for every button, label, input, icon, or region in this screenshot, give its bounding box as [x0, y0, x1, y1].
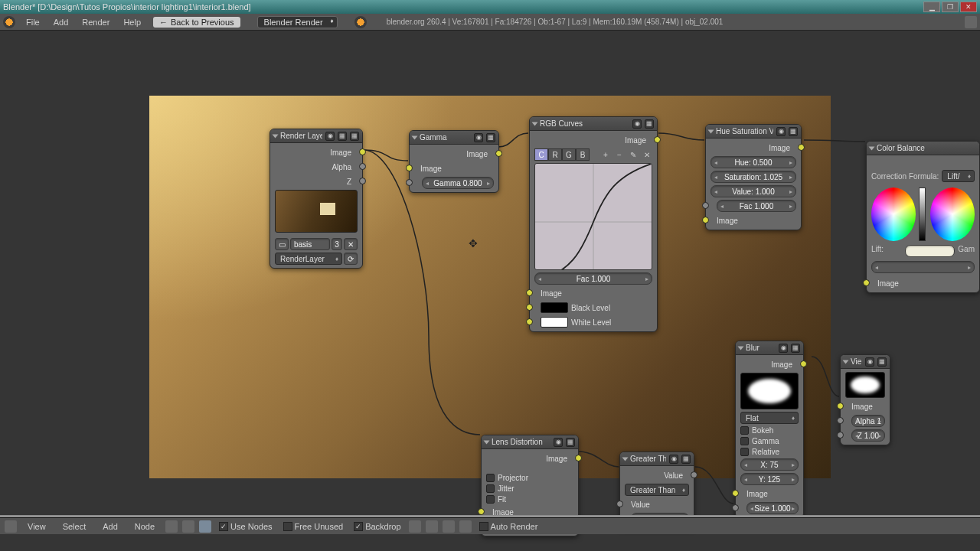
hue-field[interactable]: Hue: 0.500	[710, 156, 796, 168]
close-button[interactable]: ✕	[960, 2, 977, 12]
node-options-icon[interactable]: ▦	[338, 132, 347, 141]
collapse-icon[interactable]	[412, 135, 418, 139]
curve-widget[interactable]	[534, 163, 652, 270]
value-field[interactable]: Value: 1.000	[710, 185, 796, 197]
collapse-icon[interactable]	[273, 134, 279, 138]
collapse-icon[interactable]	[869, 146, 875, 150]
reset-icon[interactable]: ✕	[642, 149, 652, 160]
maximize-button[interactable]: ❐	[942, 2, 959, 12]
back-to-previous-button[interactable]: Back to Previous	[153, 17, 240, 28]
node-blur[interactable]: Blur ◉ ▦ Image Flat Bokeh Gamma Relative…	[735, 341, 804, 518]
scene-field[interactable]: basis	[290, 238, 330, 250]
jitter-check[interactable]: Jitter	[486, 484, 573, 493]
gamma-value-field[interactable]: Gamma 0.800	[422, 177, 494, 189]
screen-layout-icon[interactable]	[965, 16, 977, 28]
gamma-color-wheel[interactable]	[930, 187, 975, 241]
footer-view[interactable]: View	[21, 520, 52, 533]
node-preview-icon[interactable]: ◉	[554, 438, 563, 447]
node-options-icon[interactable]: ▦	[877, 357, 887, 367]
tools-icon[interactable]: ✎	[628, 149, 639, 160]
fac-field[interactable]: Fac 1.000	[717, 200, 796, 212]
curve-channel-b[interactable]: B	[576, 148, 590, 161]
collapse-icon[interactable]	[738, 346, 744, 350]
node-preview-icon[interactable]: ◉	[474, 133, 483, 142]
free-unused-check[interactable]: Free Unused	[280, 522, 347, 531]
compositing-nodes-icon[interactable]	[199, 520, 211, 533]
alpha-field[interactable]: Alpha 1	[851, 415, 885, 427]
node-options-icon[interactable]: ▦	[681, 455, 691, 464]
curve-channel-r[interactable]: R	[548, 148, 562, 161]
footer-add[interactable]: Add	[96, 520, 124, 533]
node-color-balance[interactable]: Color Balance Correction Formula: Lift/ …	[866, 141, 980, 293]
zoom-in-icon[interactable]: +	[600, 149, 611, 160]
white-level-swatch[interactable]	[541, 317, 568, 328]
relative-check[interactable]: Relative	[740, 448, 799, 456]
editor-type-icon[interactable]	[5, 520, 17, 533]
gamma-check[interactable]: Gamma	[740, 437, 799, 445]
backdrop-channel-icon[interactable]	[409, 520, 421, 533]
menu-render[interactable]: Render	[76, 16, 116, 28]
material-nodes-icon[interactable]	[165, 520, 178, 533]
z-field[interactable]: Z 1.00	[851, 429, 885, 442]
menu-help[interactable]: Help	[117, 16, 147, 28]
saturation-field[interactable]: Saturation: 1.025	[710, 171, 796, 183]
node-preview-icon[interactable]: ◉	[776, 127, 786, 136]
formula-select[interactable]: Lift/	[942, 170, 975, 182]
node-gamma[interactable]: Gamma ◉ ▦ Image Image Gamma 0.800	[409, 130, 499, 193]
size-field[interactable]: Size 1.000	[746, 502, 799, 514]
blur-type-select[interactable]: Flat	[740, 412, 799, 424]
curve-channel-c[interactable]: C	[534, 148, 548, 161]
node-preview-icon[interactable]: ◉	[325, 132, 335, 141]
collapse-icon[interactable]	[484, 440, 490, 444]
menu-file[interactable]: File	[20, 16, 46, 28]
node-render-layers[interactable]: Render Layers ◉ ▦ ▦ Image Alpha Z ▭ basi…	[270, 129, 363, 269]
scene-delete-icon[interactable]: ✕	[344, 238, 358, 250]
lift-swatch[interactable]	[905, 245, 955, 257]
lift-value-strip[interactable]	[919, 187, 926, 241]
auto-render-check[interactable]: Auto Render	[476, 522, 541, 531]
menu-add[interactable]: Add	[47, 16, 75, 28]
lift-color-wheel[interactable]	[871, 187, 916, 241]
collapse-icon[interactable]	[532, 122, 538, 126]
texture-nodes-icon[interactable]	[182, 520, 194, 533]
backdrop-channel-icon[interactable]	[426, 520, 438, 533]
curve-channel-g[interactable]: G	[562, 148, 576, 161]
render-engine-select[interactable]: Blender Render	[257, 16, 338, 28]
zoom-out-icon[interactable]: −	[614, 149, 625, 160]
re-render-icon[interactable]: ⟳	[344, 253, 358, 265]
footer-node[interactable]: Node	[129, 520, 161, 533]
fac-slider[interactable]	[871, 261, 975, 273]
backdrop-channel-icon[interactable]	[459, 520, 472, 533]
collapse-icon[interactable]	[622, 457, 629, 461]
node-hsv[interactable]: Hue Saturation Val ◉ ▦ Image Hue: 0.500 …	[705, 124, 802, 230]
node-rgb-curves[interactable]: RGB Curves ◉ ▦ Image C R G B + − ✎ ✕	[529, 116, 658, 332]
node-viewer[interactable]: Vie ◉ ▦ Image Alpha 1 Z 1.00	[840, 354, 890, 445]
fac-field[interactable]: Fac 1.000	[534, 272, 652, 285]
node-preview-icon[interactable]: ◉	[669, 455, 678, 464]
node-mute-icon[interactable]: ▦	[350, 132, 359, 141]
footer-select[interactable]: Select	[57, 520, 93, 533]
backdrop-check[interactable]: Backdrop	[351, 522, 403, 531]
black-level-swatch[interactable]	[541, 302, 568, 313]
node-preview-icon[interactable]: ◉	[865, 357, 874, 367]
minimize-button[interactable]: ▁	[923, 2, 940, 12]
node-options-icon[interactable]: ▦	[566, 438, 575, 447]
backdrop-channel-icon[interactable]	[443, 520, 455, 533]
operation-select[interactable]: Greater Than	[625, 484, 689, 496]
bokeh-check[interactable]: Bokeh	[740, 426, 799, 435]
node-editor-workspace[interactable]: Render Layers ◉ ▦ ▦ Image Alpha Z ▭ basi…	[0, 31, 980, 534]
node-preview-icon[interactable]: ◉	[632, 119, 642, 129]
blur-x-field[interactable]: X: 75	[740, 458, 799, 471]
node-preview-icon[interactable]: ◉	[779, 344, 788, 353]
projector-check[interactable]: Projector	[486, 474, 573, 482]
node-options-icon[interactable]: ▦	[486, 133, 495, 142]
blur-y-field[interactable]: Y: 125	[740, 473, 799, 485]
use-nodes-check[interactable]: Use Nodes	[216, 522, 275, 531]
node-options-icon[interactable]: ▦	[789, 127, 798, 136]
node-options-icon[interactable]: ▦	[645, 119, 654, 129]
fit-check[interactable]: Fit	[486, 495, 573, 504]
render-layer-select[interactable]: RenderLayer	[275, 253, 342, 265]
scene-browse-icon[interactable]: ▭	[275, 238, 289, 250]
scene-users[interactable]: 3	[332, 238, 342, 250]
node-options-icon[interactable]: ▦	[791, 344, 800, 353]
